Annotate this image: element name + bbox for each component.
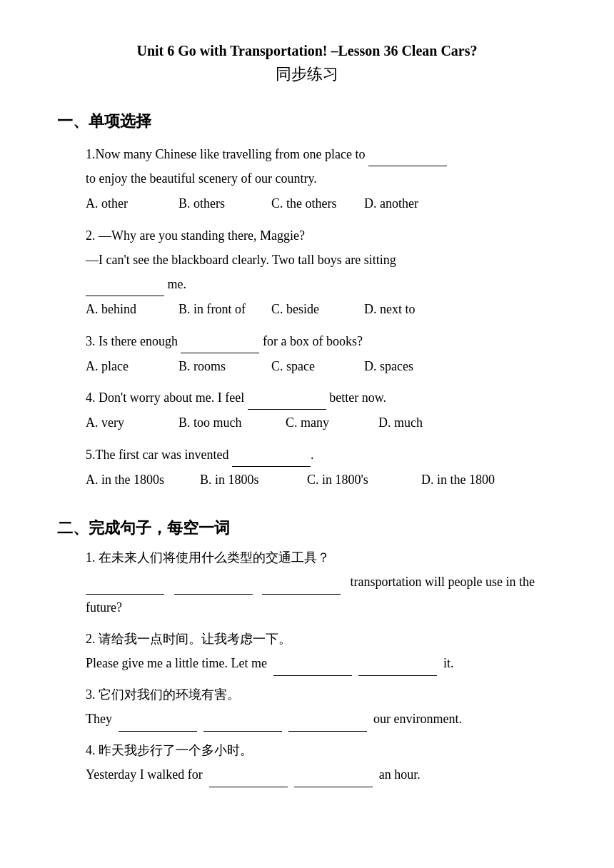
q5-opt-c: C. in 1800's	[307, 468, 407, 492]
q2-options: A. behind B. in front of C. beside D. ne…	[86, 298, 557, 321]
q1-blank	[368, 151, 447, 167]
q2-blank	[86, 281, 164, 297]
q2-opt-a: A. behind	[86, 298, 164, 321]
s2-question-2: 2. 请给我一点时间。让我考虑一下。 Please give me a litt…	[57, 630, 557, 676]
q3-options: A. place B. rooms C. space D. spaces	[86, 355, 557, 378]
q5-opt-b: B. in 1800s	[200, 468, 293, 492]
question-4: 4. Don't worry about me. I feel better n…	[57, 385, 557, 435]
q1-text: 1.Now many Chinese like travelling from …	[86, 142, 557, 166]
q5-options: A. in the 1800s B. in 1800s C. in 1800's…	[86, 468, 557, 492]
q2-text3: me.	[86, 272, 557, 296]
s2q4-blank2	[294, 772, 373, 787]
q3-text: 3. Is there enough for a box of books?	[86, 329, 557, 353]
question-2: 2. —Why are you standing there, Maggie? …	[57, 223, 557, 322]
q4-text: 4. Don't worry about me. I feel better n…	[86, 385, 557, 410]
s2q3-blank3	[288, 716, 367, 732]
q3-opt-c: C. space	[271, 355, 350, 378]
question-1: 1.Now many Chinese like travelling from …	[57, 142, 557, 216]
q3-opt-d: D. spaces	[364, 355, 443, 378]
s2q1-blank3	[262, 579, 341, 595]
s2q3-blank1	[119, 716, 197, 732]
s2q1-blank2	[174, 579, 253, 595]
s2q1-en: transportation will people use in the fu…	[86, 569, 557, 620]
s2q4-blank1	[209, 772, 288, 787]
q1-text2: to enjoy the beautiful scenery of our co…	[86, 166, 557, 191]
q3-opt-a: A. place	[86, 355, 164, 378]
q5-opt-a: A. in the 1800s	[86, 468, 186, 492]
q1-opt-b: B. others	[178, 192, 257, 216]
q1-opt-a: A. other	[86, 192, 164, 216]
s2q3-blank2	[203, 716, 282, 732]
s2q2-en: Please give me a little time. Let me it.	[86, 650, 557, 676]
q3-blank	[181, 338, 259, 353]
s2q2-cn: 2. 请给我一点时间。让我考虑一下。	[86, 630, 557, 647]
q1-options: A. other B. others C. the others D. anot…	[86, 192, 557, 216]
s2q4-cn: 4. 昨天我步行了一个多小时。	[86, 742, 557, 759]
s2q3-en: They our environment.	[86, 706, 557, 732]
question-5: 5.The first car was invented . A. in the…	[57, 443, 557, 492]
section2-title: 二、完成句子，每空一词	[57, 518, 557, 539]
question-3: 3. Is there enough for a box of books? A…	[57, 329, 557, 378]
q2-opt-d: D. next to	[364, 298, 443, 321]
s2q3-cn: 3. 它们对我们的环境有害。	[86, 686, 557, 703]
q1-opt-d: D. another	[364, 192, 443, 216]
s2-question-1: 1. 在未来人们将使用什么类型的交通工具？ transportation wil…	[57, 549, 557, 620]
s2q2-blank2	[358, 660, 437, 676]
q4-opt-c: C. many	[286, 411, 364, 435]
q4-opt-a: A. very	[86, 411, 164, 435]
section1-title: 一、单项选择	[57, 111, 557, 132]
q5-opt-d: D. in the 1800	[421, 468, 521, 492]
q4-options: A. very B. too much C. many D. much	[86, 411, 557, 435]
q2-text2: —I can't see the blackboard clearly. Two…	[86, 248, 557, 272]
s2q2-blank1	[273, 660, 352, 676]
q4-opt-d: D. much	[378, 411, 457, 435]
q5-text: 5.The first car was invented .	[86, 443, 557, 467]
q4-opt-b: B. too much	[178, 411, 271, 435]
q3-opt-b: B. rooms	[178, 355, 257, 378]
q1-opt-c: C. the others	[271, 192, 350, 216]
q2-text1: 2. —Why are you standing there, Maggie?	[86, 223, 557, 248]
s2q4-en: Yesterday I walked for an hour.	[86, 762, 557, 787]
title-english: Unit 6 Go with Transportation! –Lesson 3…	[57, 43, 557, 59]
title-chinese: 同步练习	[57, 64, 557, 85]
s2-question-4: 4. 昨天我步行了一个多小时。 Yesterday I walked for a…	[57, 742, 557, 787]
q2-opt-b: B. in front of	[178, 298, 257, 321]
q4-blank	[248, 395, 326, 410]
s2-question-3: 3. 它们对我们的环境有害。 They our environment.	[57, 686, 557, 732]
s2q1-blank1	[86, 579, 164, 595]
q2-opt-c: C. beside	[271, 298, 350, 321]
s2q1-cn: 1. 在未来人们将使用什么类型的交通工具？	[86, 549, 557, 566]
q5-blank	[232, 451, 311, 467]
